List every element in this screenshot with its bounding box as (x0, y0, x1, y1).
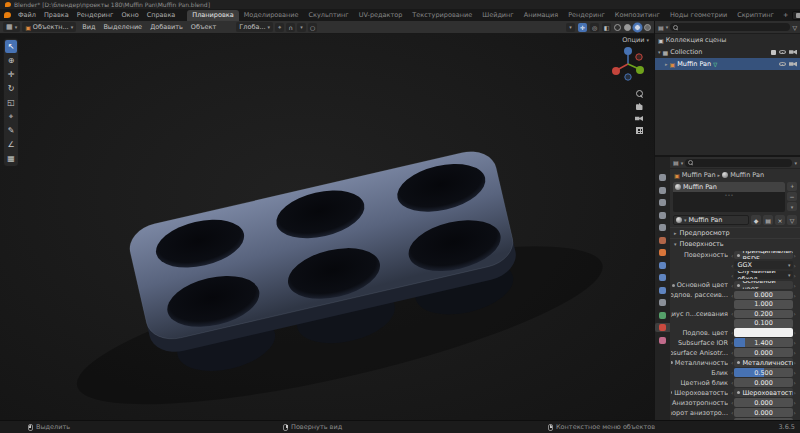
property-dropdown[interactable]: Случайный обход▾ (734, 271, 792, 280)
property-slider[interactable]: 0.000 (734, 291, 792, 300)
gizmos-toggle[interactable]: ✛ (578, 23, 587, 32)
xray-toggle[interactable]: ◧ (602, 23, 611, 32)
workspace-tab[interactable]: Рендеринг (563, 10, 610, 22)
workspace-tab[interactable]: Ноды геометрии (665, 10, 732, 22)
property-dropdown[interactable]: GGX▾ (734, 261, 792, 270)
editor-type-button[interactable]: ▦▾ (3, 22, 20, 32)
copy-material-button[interactable]: ▤ (763, 215, 773, 225)
workspace-tab[interactable]: Шейдинг (477, 10, 519, 22)
workspace-tab[interactable]: Композитинг (610, 10, 665, 22)
workspace-tab[interactable]: Скриптинг (732, 10, 779, 22)
property-slider[interactable]: 1.400 (734, 338, 792, 347)
property-link-field[interactable]: Шероховатость (734, 388, 792, 397)
slot-specials-button[interactable]: ▾ (787, 202, 797, 211)
properties-editor-icon[interactable]: ▤ (673, 159, 679, 166)
outliner-row-collection[interactable]: ▾ ▦ Collection (655, 46, 800, 58)
property-link-field[interactable]: Принципиальный BSDF (734, 251, 792, 260)
property-link-field[interactable]: Основной цвет (734, 281, 792, 290)
add-workspace-button[interactable]: + (779, 10, 792, 20)
select-box-tool[interactable]: ↖ (5, 40, 17, 53)
options-dropdown[interactable]: Опции▾ (622, 36, 649, 44)
remove-slot-button[interactable]: − (787, 192, 797, 201)
exclude-checkbox[interactable] (771, 50, 776, 55)
annotate-tool[interactable]: ✎ (5, 124, 17, 137)
property-slider[interactable]: 0.000 (734, 348, 792, 357)
rotate-tool[interactable]: ↻ (5, 82, 17, 95)
menu-item[interactable]: Справка (143, 10, 180, 20)
viewport-menu-item[interactable]: Объект (187, 22, 220, 32)
camera-view-icon[interactable] (635, 116, 643, 121)
property-value-field[interactable]: 1.000 (734, 300, 792, 309)
transform-orientation-selector[interactable]: Глоба... ▾ (236, 22, 273, 32)
blender-menu-icon[interactable] (4, 12, 11, 18)
property-slider[interactable]: 0.000 (734, 398, 792, 407)
fake-user-button[interactable]: ◆ (751, 215, 761, 225)
hide-eye-icon[interactable] (779, 62, 786, 66)
menu-item[interactable]: Правка (40, 10, 73, 20)
snap-dropdown[interactable]: ▾ (297, 23, 306, 32)
hide-eye-icon[interactable] (779, 50, 786, 54)
material-icon (722, 172, 728, 178)
snap-magnet-toggle[interactable]: ∩ (286, 23, 295, 32)
expand-arrow-icon[interactable]: ▾ (658, 49, 661, 55)
outliner-search-input[interactable] (670, 23, 790, 31)
scene-selector[interactable]: ▾ Scene (792, 11, 800, 20)
material-name-field[interactable]: ▾ Muffin Pan (673, 215, 749, 225)
outliner-row-muffin-pan[interactable]: ▸ ▣ Muffin Pan ∇ (655, 58, 800, 70)
add-slot-button[interactable]: ＋ (787, 182, 797, 191)
property-value-field[interactable]: 0.100 (734, 319, 792, 328)
shading-material-preview-button[interactable] (634, 24, 641, 31)
workspace-tab[interactable]: Моделирование (239, 10, 304, 22)
color-swatch[interactable] (734, 328, 792, 337)
material-slot-list[interactable]: Muffin Pan ••• (673, 182, 785, 212)
move-tool[interactable]: ✛ (5, 68, 17, 81)
transform-tool[interactable]: ⌖ (5, 110, 17, 123)
3d-viewport[interactable]: ↖⊕✛↻◱⌖✎∠▦ Опции▾ (0, 34, 654, 420)
proportional-editing-toggle[interactable]: ○ (308, 23, 317, 32)
properties-search-input[interactable] (685, 159, 792, 167)
pivot-point-button[interactable]: ⌖ (275, 23, 284, 32)
visibility-dropdown[interactable]: ▾ (566, 23, 575, 32)
measure-tool[interactable]: ∠ (5, 138, 17, 151)
mode-selector[interactable]: ▣ Объектн... ▾ (22, 22, 76, 32)
workspace-tab[interactable]: UV-редактор (354, 10, 408, 22)
property-value-field[interactable]: 0.200 (734, 310, 792, 319)
viewport-menu-item[interactable]: Вид (78, 22, 99, 32)
shading-rendered-button[interactable] (644, 24, 651, 31)
expand-arrow-icon[interactable]: ▸ (665, 61, 668, 67)
property-link-field[interactable]: Металличность (734, 358, 792, 367)
workspace-tab[interactable]: Анимация (519, 10, 563, 22)
scale-tool[interactable]: ◱ (5, 96, 17, 109)
navigation-gizmo[interactable] (610, 46, 646, 82)
overlays-toggle[interactable]: ◎ (590, 23, 599, 32)
zoom-icon[interactable] (636, 90, 643, 97)
surface-panel-header[interactable]: ▾ Поверхность (670, 238, 800, 249)
menu-item[interactable]: Рендеринг (73, 10, 118, 20)
viewport-menu-item[interactable]: Выделение (99, 22, 146, 32)
pan-hand-icon[interactable] (636, 103, 643, 110)
workspace-tab[interactable]: Скульптинг (304, 10, 354, 22)
muffin-pan-object[interactable] (0, 34, 654, 420)
preview-panel-header[interactable]: ▸ Предпросмотр (670, 227, 800, 238)
material-slot-item[interactable]: Muffin Pan (673, 182, 785, 192)
property-slider[interactable]: 0.000 (734, 408, 792, 417)
property-slider[interactable]: 0.500 (734, 368, 792, 377)
outliner-editor-icon[interactable]: ▤ (658, 24, 664, 31)
property-slider[interactable]: 0.000 (734, 378, 792, 387)
viewport-menu-item[interactable]: Добавить (146, 22, 187, 32)
cursor-tool[interactable]: ⊕ (5, 54, 17, 67)
unlink-material-button[interactable]: × (775, 215, 785, 225)
render-visibility-icon[interactable] (789, 50, 797, 55)
filter-icon[interactable]: ▽ (792, 24, 797, 31)
menu-item[interactable]: Окно (117, 10, 142, 20)
shading-wireframe-button[interactable] (614, 24, 621, 31)
workspace-tab[interactable]: Планировка (187, 10, 238, 22)
perspective-toggle-icon[interactable] (636, 127, 643, 134)
menu-item[interactable]: Файл (14, 10, 40, 20)
outliner-row-scene-collection[interactable]: ▣ Коллекция сцены (655, 34, 800, 46)
render-visibility-icon[interactable] (789, 62, 797, 67)
workspace-tab[interactable]: Текстурирование (407, 10, 477, 22)
node-tree-button[interactable]: ▽ (787, 215, 797, 225)
add-cube-tool[interactable]: ▦ (5, 152, 17, 165)
shading-solid-button[interactable] (624, 24, 631, 31)
